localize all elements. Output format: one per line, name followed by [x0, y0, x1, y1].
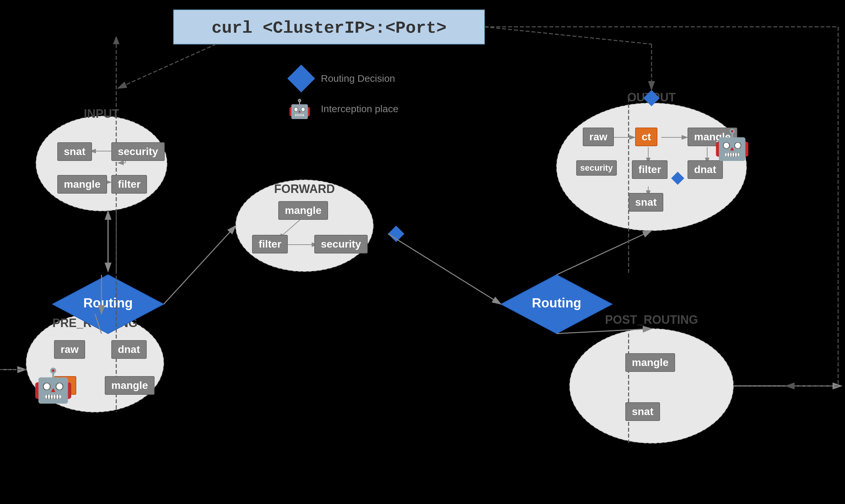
forward-security-box: security: [314, 235, 368, 253]
svg-text:FORWARD: FORWARD: [274, 182, 334, 196]
post-snat-box: snat: [625, 402, 660, 421]
input-filter-box: filter: [111, 175, 147, 194]
svg-line-30: [556, 231, 652, 275]
forward-mangle-box: mangle: [278, 201, 328, 220]
forward-filter-box: filter: [252, 235, 288, 253]
input-mangle-box: mangle: [57, 175, 107, 194]
output-security-box: security: [576, 160, 617, 176]
output-dnat-box: dnat: [688, 160, 723, 179]
svg-line-25: [164, 226, 236, 304]
input-security-box: security: [111, 142, 165, 161]
output-filter-box: filter: [632, 160, 668, 179]
svg-point-5: [36, 116, 167, 211]
svg-marker-20: [388, 226, 404, 242]
svg-text:INPUT: INPUT: [84, 107, 119, 120]
input-snat-box: snat: [57, 142, 92, 161]
legend-routing-decision: Routing Decision: [288, 69, 398, 88]
diagram-container: curl <ClusterIP>:<Port> INPUT PRE_ROUTIN…: [0, 0, 845, 504]
pre-mangle-box: mangle: [105, 376, 155, 395]
legend-interception-label: Interception place: [321, 103, 398, 114]
legend: Routing Decision 🤖 Interception place: [288, 69, 398, 129]
diagram-svg: curl <ClusterIP>:<Port> INPUT PRE_ROUTIN…: [0, 0, 845, 504]
svg-text:Routing: Routing: [532, 296, 581, 310]
svg-marker-33: [113, 36, 120, 44]
output-snat-box: snat: [628, 193, 663, 212]
minion-pre-routing: 🤖: [33, 366, 74, 405]
svg-text:Routing: Routing: [83, 296, 133, 310]
svg-point-13: [570, 329, 734, 443]
pre-dnat-box: dnat: [111, 340, 147, 359]
output-raw-box: raw: [583, 128, 614, 146]
svg-line-22: [485, 27, 652, 44]
legend-routing-decision-label: Routing Decision: [321, 73, 395, 84]
post-mangle-box: mangle: [625, 353, 675, 372]
svg-line-26: [388, 234, 501, 304]
pre-raw-box: raw: [54, 340, 85, 359]
minion-output: 🤖: [714, 128, 751, 162]
svg-text:POST_ROUTING: POST_ROUTING: [605, 313, 698, 326]
svg-line-21: [118, 44, 216, 88]
legend-interception: 🤖 Interception place: [288, 98, 398, 120]
svg-text:curl <ClusterIP>:<Port>: curl <ClusterIP>:<Port>: [211, 19, 447, 38]
output-ct-box: ct: [635, 128, 657, 146]
